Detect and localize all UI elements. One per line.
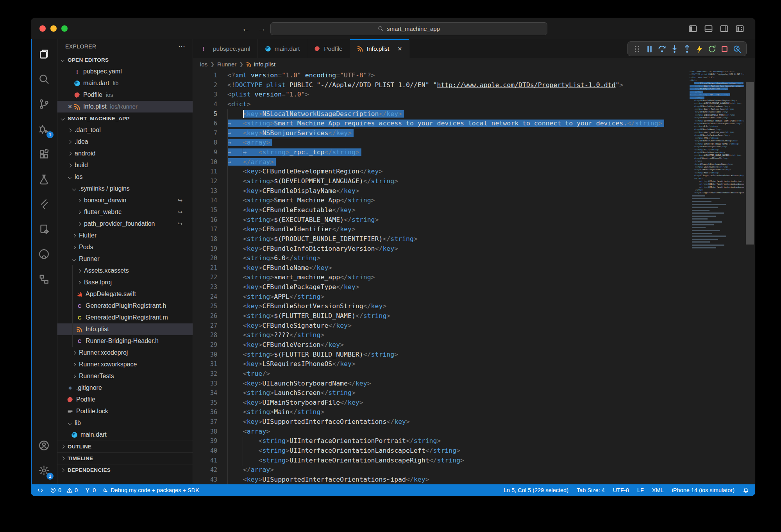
tree-item-Pods[interactable]: Pods	[57, 241, 193, 253]
open-editor-main.dart[interactable]: main.dartlib	[57, 77, 193, 89]
code-line-35[interactable]: 35 <key>UIMainStoryboardFile</key>	[193, 398, 690, 408]
toggle-secondary-sidebar-icon[interactable]	[720, 24, 729, 33]
line-number[interactable]: 19	[193, 244, 217, 254]
code-line-7[interactable]: 7→ <key>NSBonjourServices</key>	[193, 129, 690, 138]
remote-indicator-icon[interactable]	[37, 487, 43, 493]
code-line-19[interactable]: 19 <key>CFBundleInfoDictionaryVersion</k…	[193, 244, 690, 254]
tree-item-.gitignore[interactable]: .gitignore	[57, 382, 193, 394]
code-line-29[interactable]: 29 <key>CFBundleVersion</key>	[193, 340, 690, 350]
line-number[interactable]: 41	[193, 456, 217, 466]
tree-item-lib[interactable]: lib	[57, 417, 193, 429]
code-line-24[interactable]: 24 <string>APPL</string>	[193, 292, 690, 302]
code-line-17[interactable]: 17 <key>CFBundleIdentifier</key>	[193, 225, 690, 234]
activity-project-manager[interactable]	[31, 216, 57, 241]
notifications-bell-icon[interactable]	[743, 487, 749, 493]
minimize-window-button[interactable]	[50, 25, 57, 32]
ports-status[interactable]: 0	[84, 487, 96, 493]
tree-item-path_provider_foundation[interactable]: path_provider_foundation↪	[57, 218, 193, 230]
close-window-button[interactable]	[39, 25, 46, 32]
code-line-20[interactable]: 20 <string>6.0</string>	[193, 254, 690, 263]
toggle-sidebar-icon[interactable]	[688, 24, 697, 33]
hot-reload-button[interactable]	[695, 45, 704, 54]
code-line-6[interactable]: 6→ <string>Smart Machine App requires ac…	[193, 119, 690, 129]
tree-item-Runner[interactable]: Runner	[57, 253, 193, 265]
tree-item-build[interactable]: build	[57, 159, 193, 171]
tab-pubspec.yaml[interactable]: !pubspec.yaml	[193, 39, 258, 58]
tree-item-Runner.xcodeproj[interactable]: Runner.xcodeproj	[57, 347, 193, 359]
open-editor-pubspec.yaml[interactable]: !pubspec.yaml	[57, 66, 193, 77]
code-line-9[interactable]: 9→ → <string>_rpc._tcp</string>	[193, 148, 690, 157]
code-line-37[interactable]: 37 <key>UISupportedInterfaceOrientations…	[193, 417, 690, 427]
tree-item-Assets.xcassets[interactable]: Assets.xcassets	[57, 265, 193, 277]
code-line-42[interactable]: 42 </array>	[193, 465, 690, 475]
code-line-28[interactable]: 28 <string>????</string>	[193, 330, 690, 340]
code-line-3[interactable]: 3<plist version="1.0">	[193, 90, 690, 100]
code-line-38[interactable]: 38 <array>	[193, 427, 690, 437]
line-number[interactable]: 24	[193, 292, 217, 302]
tree-item-flutter_webrtc[interactable]: flutter_webrtc↪	[57, 206, 193, 218]
line-number[interactable]: 1	[193, 71, 217, 80]
tree-item-.idea[interactable]: .idea	[57, 136, 193, 148]
step-into-button[interactable]	[670, 45, 679, 54]
line-number[interactable]: 39	[193, 436, 217, 446]
close-icon[interactable]: ✕	[397, 46, 402, 52]
tree-item-Podfile[interactable]: Podfile	[57, 394, 193, 405]
open-editor-Podfile[interactable]: Podfileios	[57, 89, 193, 101]
open-editor-Info.plist[interactable]: ✕Info.plistios/Runner	[57, 101, 193, 112]
tree-item-Runner-Bridging-Header.h[interactable]: CRunner-Bridging-Header.h	[57, 335, 193, 347]
scrollbar-thumb[interactable]	[746, 82, 754, 245]
tree-item-bonsoir_darwin[interactable]: bonsoir_darwin↪	[57, 195, 193, 206]
tree-item-android[interactable]: android	[57, 148, 193, 159]
breadcrumb-Info.plist[interactable]: Info.plist	[246, 61, 275, 68]
line-number[interactable]: 31	[193, 359, 217, 369]
line-number[interactable]: 34	[193, 388, 217, 398]
navigate-forward-icon[interactable]: →	[258, 24, 266, 33]
code-line-11[interactable]: 11 <key>CFBundleDevelopmentRegion</key>	[193, 167, 690, 177]
line-number[interactable]: 30	[193, 350, 217, 360]
code-line-26[interactable]: 26 <string>$(FLUTTER_BUILD_NAME)</string…	[193, 311, 690, 321]
line-number[interactable]: 29	[193, 340, 217, 350]
command-center-search[interactable]: smart_machine_app	[270, 22, 547, 35]
section-outline[interactable]: OUTLINE	[57, 441, 193, 452]
more-actions-icon[interactable]: ⋯	[178, 42, 186, 51]
tree-item-ios[interactable]: ios	[57, 171, 193, 183]
toggle-panel-icon[interactable]	[704, 24, 713, 33]
activity-run-and-debug[interactable]: 1	[31, 116, 57, 141]
line-number[interactable]: 33	[193, 379, 217, 389]
line-number[interactable]: 5	[193, 109, 217, 119]
tree-item-.dart_tool[interactable]: .dart_tool	[57, 124, 193, 136]
code-line-15[interactable]: 15 <key>CFBundleExecutable</key>	[193, 205, 690, 215]
line-number[interactable]: 27	[193, 321, 217, 331]
line-number[interactable]: 26	[193, 311, 217, 321]
code-line-13[interactable]: 13 <key>CFBundleDisplayName</key>	[193, 186, 690, 196]
line-number[interactable]: 10	[193, 157, 217, 167]
code-line-34[interactable]: 34 <string>LaunchScreen</string>	[193, 388, 690, 398]
code-line-21[interactable]: 21 <key>CFBundleName</key>	[193, 263, 690, 273]
line-number[interactable]: 16	[193, 215, 217, 225]
status-xml[interactable]: XML	[652, 487, 664, 493]
tree-item-Podfile.lock[interactable]: Podfile.lock	[57, 405, 193, 417]
line-number[interactable]: 6	[193, 119, 217, 129]
customize-layout-icon[interactable]	[735, 24, 744, 33]
line-number[interactable]: 38	[193, 427, 217, 437]
code-line-12[interactable]: 12 <string>$(DEVELOPMENT_LANGUAGE)</stri…	[193, 177, 690, 186]
line-number[interactable]: 22	[193, 273, 217, 282]
debug-status[interactable]: Debug my code + packages + SDK	[102, 487, 199, 493]
code-line-41[interactable]: 41 <string>UIInterfaceOrientationLandsca…	[193, 456, 690, 466]
code-line-33[interactable]: 33 <key>UILaunchStoryboardName</key>	[193, 379, 690, 389]
breadcrumb-ios[interactable]: ios	[200, 61, 207, 68]
line-number[interactable]: 23	[193, 282, 217, 292]
minimap[interactable]: <?xml version="1.0" encoding="UTF-8"?><!…	[690, 70, 744, 484]
tree-item-GeneratedPluginRegistrant.h[interactable]: CGeneratedPluginRegistrant.h	[57, 300, 193, 312]
tree-item-AppDelegate.swift[interactable]: AppDelegate.swift	[57, 288, 193, 300]
section-timeline[interactable]: TIMELINE	[57, 452, 193, 464]
line-number[interactable]: 2	[193, 80, 217, 90]
tree-item-RunnerTests[interactable]: RunnerTests	[57, 370, 193, 382]
code-line-32[interactable]: 32 <true/>	[193, 369, 690, 379]
activity-explorer[interactable]	[31, 41, 57, 66]
line-number[interactable]: 36	[193, 407, 217, 417]
breadcrumb-Runner[interactable]: Runner	[217, 61, 236, 68]
status-ln[interactable]: Ln 5, Col 5 (229 selected)	[504, 487, 568, 493]
problems-status[interactable]: 0 0	[50, 487, 78, 493]
tree-item-Runner.xcworkspace[interactable]: Runner.xcworkspace	[57, 359, 193, 370]
